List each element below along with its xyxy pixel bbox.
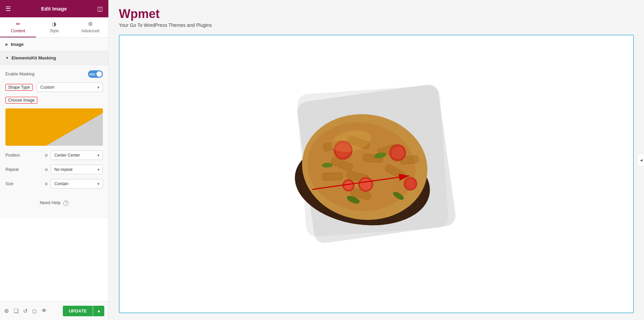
style-tab-icon: ◑ [52, 21, 56, 27]
collapse-handle[interactable]: ◀ [638, 153, 644, 167]
masking-section-header[interactable]: ▼ ElementsKit Masking [0, 51, 108, 65]
shape-type-row: Shape Type Custom Circle Square Triangle… [5, 83, 103, 92]
panel-title: Edit Image [41, 6, 67, 12]
sidebar-content: ▶ Image ▼ ElementsKit Masking Enable Mas… [0, 38, 108, 301]
size-select-wrapper: Contain Cover Auto ▼ [51, 179, 103, 189]
masking-body: Enable Masking YES Shape Type Custom [0, 65, 108, 218]
update-button[interactable]: UPDATE [63, 306, 93, 316]
enable-masking-toggle-wrapper: YES [88, 70, 103, 78]
repeat-select[interactable]: No-repeat Repeat Repeat-X Repeat-Y [51, 165, 103, 174]
need-help-icon[interactable]: ? [63, 200, 69, 206]
tab-content-label: Content [11, 29, 25, 33]
canvas-area [119, 35, 634, 313]
grid-icon[interactable]: ◫ [97, 5, 103, 13]
choose-image-label[interactable]: Choose Image [5, 97, 37, 104]
repeat-monitor-icon: 🖥 [44, 167, 48, 172]
shape-type-select[interactable]: Custom Circle Square Triangle [37, 83, 103, 92]
position-label: Position [5, 153, 43, 158]
size-row: Size 🖥 Contain Cover Auto ▼ [5, 179, 103, 189]
update-btn-wrapper: UPDATE ▲ [63, 306, 104, 316]
tab-advanced-label: Advanced [81, 29, 99, 33]
size-select[interactable]: Contain Cover Auto [51, 179, 103, 189]
masking-section-arrow: ▼ [5, 56, 9, 60]
repeat-row: Repeat 🖥 No-repeat Repeat Repeat-X Repea… [5, 165, 103, 174]
responsive-icon[interactable]: ◻ [32, 308, 37, 314]
image-section-arrow: ▶ [5, 42, 8, 46]
site-subtitle: Your Go To WordPress Themes and Plugins [119, 22, 634, 28]
toggle-yes-label: YES [89, 73, 95, 76]
enable-masking-row: Enable Masking YES [5, 70, 103, 78]
advanced-tab-icon: ⚙ [88, 21, 93, 27]
masking-section-title: ElementsKit Masking [12, 55, 56, 60]
position-select[interactable]: Center Center Top Left Top Right Bottom … [51, 150, 103, 160]
repeat-select-wrapper: No-repeat Repeat Repeat-X Repeat-Y ▼ [51, 165, 103, 174]
sidebar: ☰ Edit Image ◫ ✏ Content ◑ Style ⚙ Advan… [0, 0, 109, 320]
tab-advanced[interactable]: ⚙ Advanced [72, 17, 108, 37]
content-tab-icon: ✏ [16, 21, 20, 27]
need-help-section: Need Help ? [5, 193, 103, 213]
food-svg [286, 76, 447, 237]
layers-icon[interactable]: ❑ [14, 308, 18, 314]
stacked-food-images [295, 86, 458, 249]
tab-content[interactable]: ✏ Content [0, 17, 36, 37]
position-row: Position 🖥 Center Center Top Left Top Ri… [5, 150, 103, 160]
update-dropdown-button[interactable]: ▲ [93, 306, 104, 316]
enable-masking-toggle[interactable]: YES [88, 70, 103, 78]
site-title: Wpmet [119, 7, 634, 21]
image-section-title: Image [11, 42, 24, 47]
shape-type-label: Shape Type [5, 84, 33, 91]
menu-icon[interactable]: ☰ [5, 5, 11, 13]
tab-style-label: Style [50, 29, 59, 33]
history-icon[interactable]: ↺ [23, 308, 28, 314]
footer-icons: ⚙ ❑ ↺ ◻ 👁 [4, 308, 47, 314]
need-help-text: Need Help [40, 200, 60, 205]
image-preview-inner [5, 108, 103, 146]
choose-image-row: Choose Image [5, 97, 103, 104]
image-section-header[interactable]: ▶ Image [0, 38, 108, 51]
tabs-row: ✏ Content ◑ Style ⚙ Advanced [0, 17, 108, 38]
enable-masking-label: Enable Masking [5, 72, 88, 76]
image-layer-main [286, 76, 447, 237]
sidebar-header: ☰ Edit Image ◫ [0, 0, 108, 17]
main-content: Wpmet Your Go To WordPress Themes and Pl… [109, 0, 644, 320]
sidebar-footer: ⚙ ❑ ↺ ◻ 👁 UPDATE ▲ [0, 301, 108, 320]
shape-type-select-wrapper: Custom Circle Square Triangle ▼ [37, 83, 103, 92]
tab-style[interactable]: ◑ Style [36, 17, 72, 37]
image-preview [5, 108, 103, 146]
eye-icon[interactable]: 👁 [41, 308, 47, 314]
size-monitor-icon: 🖥 [44, 182, 48, 186]
repeat-label: Repeat [5, 167, 43, 172]
settings-icon[interactable]: ⚙ [4, 308, 9, 314]
size-label: Size [5, 181, 43, 186]
position-select-wrapper: Center Center Top Left Top Right Bottom … [51, 150, 103, 160]
position-monitor-icon: 🖥 [44, 153, 48, 157]
